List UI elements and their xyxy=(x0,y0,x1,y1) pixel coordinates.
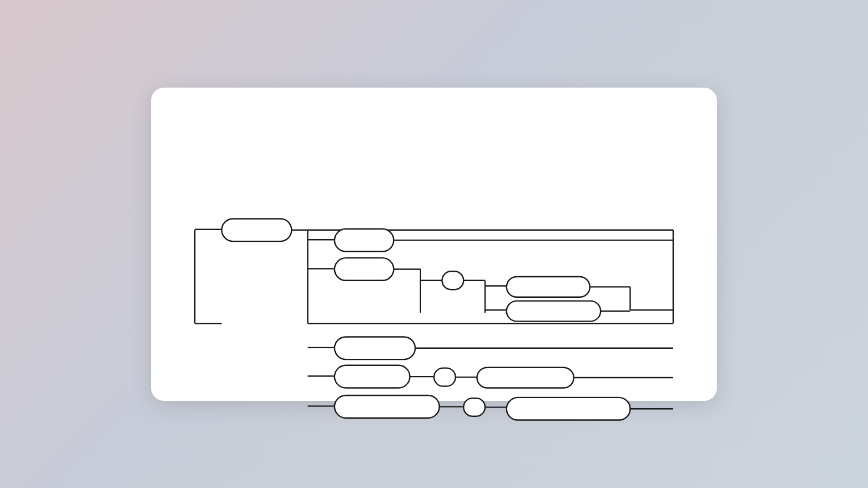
svg-rect-10 xyxy=(335,228,394,251)
main-card xyxy=(151,88,717,401)
svg-rect-29 xyxy=(335,337,415,359)
svg-rect-17 xyxy=(442,271,464,289)
svg-rect-43 xyxy=(507,397,630,420)
svg-rect-32 xyxy=(335,365,410,388)
svg-rect-13 xyxy=(335,258,394,281)
svg-rect-34 xyxy=(434,368,456,386)
svg-rect-2 xyxy=(221,218,291,241)
svg-rect-36 xyxy=(477,367,573,388)
svg-rect-21 xyxy=(507,277,590,297)
svg-rect-25 xyxy=(507,301,600,321)
diagram-container xyxy=(179,110,689,379)
svg-rect-41 xyxy=(463,398,485,416)
svg-rect-39 xyxy=(335,395,440,418)
